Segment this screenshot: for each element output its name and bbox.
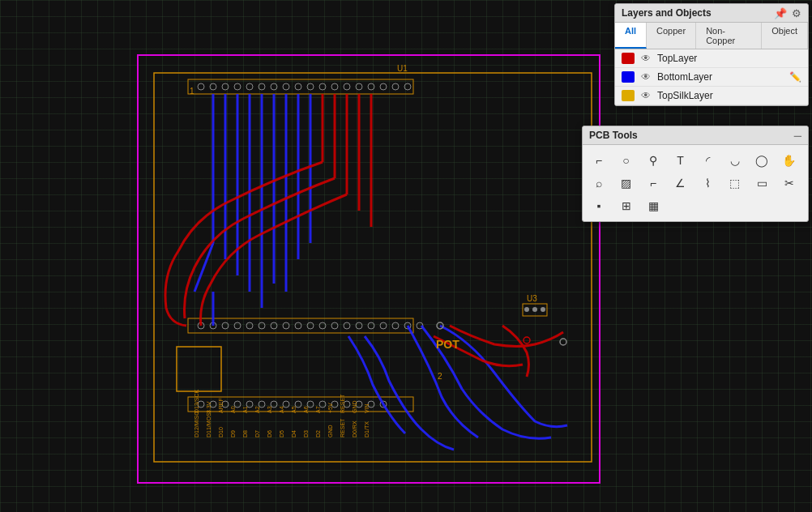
svg-text:GND: GND <box>352 400 357 413</box>
corner-track-tool[interactable]: ⌐ <box>642 173 665 194</box>
svg-point-36 <box>344 322 350 329</box>
svg-text:D0/RX: D0/RX <box>352 420 357 437</box>
measure-tool[interactable]: ⌇ <box>696 173 719 194</box>
svg-text:D1/TX: D1/TX <box>364 421 370 437</box>
top-layer-color <box>622 53 635 64</box>
svg-point-33 <box>307 322 314 329</box>
bottom-layer-color <box>622 71 635 83</box>
svg-point-17 <box>356 83 362 90</box>
tools-grid: ⌐ ○ ⚲ T ◜ ◡ ◯ ✋ ⌕ ▨ ⌐ ∠ ⌇ ⬚ ▭ ✂ ▪ ⊞ ▦ <box>583 145 808 221</box>
layer-row-silktop[interactable]: 👁 TopSilkLayer <box>615 87 808 105</box>
svg-point-29 <box>259 322 265 329</box>
svg-text:D7: D7 <box>254 430 260 437</box>
svg-text:D5: D5 <box>279 430 284 437</box>
rect-select-tool[interactable]: ⬚ <box>724 173 746 194</box>
svg-text:D11/MOSI: D11/MOSI <box>206 411 212 437</box>
hand-tool[interactable]: ✋ <box>778 150 801 171</box>
svg-text:AREF: AREF <box>218 398 224 413</box>
svg-rect-2 <box>177 347 221 391</box>
layers-pin-icon[interactable]: 📌 <box>774 8 787 19</box>
svg-text:D3: D3 <box>303 430 309 437</box>
silktop-layer-name: TopSilkLayer <box>657 90 801 101</box>
tab-all[interactable]: All <box>615 23 647 49</box>
svg-text:D4: D4 <box>291 430 297 437</box>
component-tool[interactable]: ⊞ <box>615 195 638 216</box>
svg-point-4 <box>198 83 204 90</box>
svg-text:A3: A3 <box>267 406 272 413</box>
svg-point-37 <box>356 322 362 329</box>
tools-panel-header: PCB Tools ─ <box>583 126 808 145</box>
tools-minimize-icon[interactable]: ─ <box>794 130 801 141</box>
svg-point-40 <box>392 322 399 329</box>
svg-text:A2: A2 <box>254 406 260 413</box>
layers-tabs: All Copper Non-Copper Object <box>615 23 808 49</box>
svg-point-6 <box>222 83 229 90</box>
route-track-tool[interactable]: ⌐ <box>588 150 610 171</box>
svg-point-11 <box>283 83 289 90</box>
svg-text:GND: GND <box>327 425 333 437</box>
svg-point-21 <box>404 83 411 90</box>
tab-non-copper[interactable]: Non-Copper <box>696 23 762 49</box>
layer-row-bottom[interactable]: 👁 BottomLayer ✏️ <box>615 68 808 87</box>
svg-text:+5V: +5V <box>327 403 333 413</box>
silktop-layer-color <box>622 90 635 101</box>
svg-text:A7: A7 <box>315 406 321 413</box>
svg-point-35 <box>331 322 338 329</box>
svg-point-34 <box>319 322 326 329</box>
svg-point-113 <box>560 339 566 345</box>
svg-point-14 <box>319 83 326 90</box>
solid-rect-tool[interactable]: ▪ <box>588 195 610 216</box>
layer-row-top[interactable]: 👁 TopLayer <box>615 49 808 68</box>
via-tool[interactable]: ⚲ <box>642 150 665 171</box>
svg-point-16 <box>344 83 350 90</box>
circle-tool[interactable]: ◯ <box>750 150 773 171</box>
svg-point-19 <box>380 83 387 90</box>
svg-point-38 <box>368 322 374 329</box>
text-tool[interactable]: T <box>669 150 692 171</box>
tab-object[interactable]: Object <box>762 23 808 49</box>
svg-point-20 <box>392 83 399 90</box>
svg-text:D12/MISO: D12/MISO <box>194 411 199 437</box>
bottom-layer-edit-icon[interactable]: ✏️ <box>789 71 801 83</box>
tools-panel-title: PCB Tools <box>589 130 638 141</box>
silktop-layer-visibility[interactable]: 👁 <box>641 90 651 101</box>
pad-tool[interactable]: ○ <box>615 150 638 171</box>
magnify-tool[interactable]: ⌕ <box>588 173 610 194</box>
top-layer-visibility[interactable]: 👁 <box>641 53 651 64</box>
svg-point-8 <box>246 83 253 90</box>
tools-panel: PCB Tools ─ ⌐ ○ ⚲ T ◜ ◡ ◯ ✋ ⌕ ▨ ⌐ ∠ ⌇ ⬚ … <box>582 126 809 222</box>
svg-point-114 <box>524 337 530 343</box>
tab-copper[interactable]: Copper <box>647 23 696 49</box>
cut-tool[interactable]: ✂ <box>778 173 801 194</box>
svg-point-31 <box>283 322 289 329</box>
copper-fill-tool[interactable]: ▦ <box>642 195 665 216</box>
rectangle-tool[interactable]: ▭ <box>750 173 773 194</box>
svg-text:RESET: RESET <box>340 394 345 413</box>
layers-panel-icons: 📌 ⚙ <box>774 8 801 19</box>
svg-text:U1: U1 <box>397 64 408 73</box>
svg-point-108 <box>524 307 529 312</box>
svg-point-109 <box>532 307 537 312</box>
arc-start-tool[interactable]: ◜ <box>696 150 719 171</box>
svg-text:VIN: VIN <box>364 403 370 413</box>
svg-text:2: 2 <box>438 372 442 381</box>
svg-point-32 <box>295 322 301 329</box>
svg-point-5 <box>210 83 216 90</box>
layers-settings-icon[interactable]: ⚙ <box>792 8 801 19</box>
arc-center-tool[interactable]: ◡ <box>724 150 746 171</box>
svg-point-18 <box>368 83 374 90</box>
bottom-layer-visibility[interactable]: 👁 <box>641 71 651 83</box>
svg-point-28 <box>246 322 253 329</box>
svg-point-13 <box>307 83 314 90</box>
svg-text:D10: D10 <box>218 427 224 437</box>
top-layer-name: TopLayer <box>657 53 801 64</box>
svg-text:RESET: RESET <box>340 418 345 437</box>
svg-point-26 <box>222 322 229 329</box>
angle-tool[interactable]: ∠ <box>669 173 692 194</box>
svg-text:3.3V: 3.3V <box>206 401 212 413</box>
image-tool[interactable]: ▨ <box>615 173 638 194</box>
layers-panel-title: Layers and Objects <box>622 7 712 19</box>
svg-point-30 <box>271 322 277 329</box>
svg-point-15 <box>331 83 338 90</box>
layers-panel: Layers and Objects 📌 ⚙ All Copper Non-Co… <box>614 3 809 106</box>
